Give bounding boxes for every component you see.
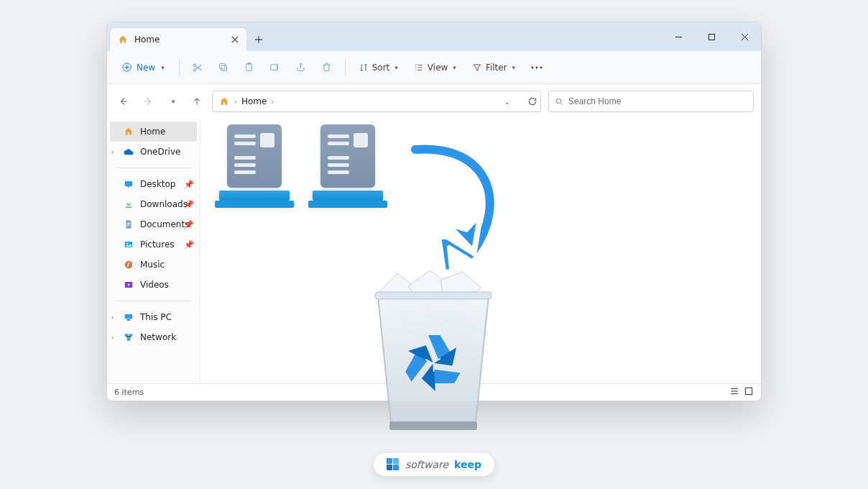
pc-icon: [123, 311, 134, 323]
svg-rect-16: [127, 224, 131, 224]
svg-rect-25: [129, 334, 133, 337]
sort-label: Sort: [372, 63, 390, 73]
desktop-icon: [123, 178, 134, 190]
close-window-button[interactable]: [728, 22, 761, 51]
search-icon: [555, 97, 564, 106]
pictures-icon: [123, 239, 134, 250]
filter-label: Filter: [486, 63, 507, 73]
tab-home[interactable]: Home: [110, 28, 246, 51]
arrow-right-icon: [143, 96, 153, 106]
arrow-left-icon: [119, 96, 129, 106]
chevron-right-icon[interactable]: ›: [111, 334, 114, 341]
sidebar-item-music[interactable]: Music: [107, 255, 200, 275]
cut-button[interactable]: [187, 57, 208, 78]
arrow-up-icon: [192, 96, 202, 106]
sidebar-item-thispc[interactable]: › This PC: [107, 307, 200, 327]
forward-button[interactable]: [139, 92, 157, 111]
svg-rect-17: [127, 225, 129, 226]
refresh-button[interactable]: [522, 91, 542, 111]
paste-button[interactable]: [239, 57, 260, 78]
sidebar-item-label: Home: [140, 127, 165, 137]
new-tab-button[interactable]: [246, 28, 271, 51]
sidebar-item-pictures[interactable]: Pictures 📌: [107, 234, 200, 255]
svg-point-10: [536, 66, 538, 68]
delete-button[interactable]: [316, 57, 338, 78]
chevron-down-icon: ▾: [394, 64, 398, 71]
svg-rect-0: [708, 34, 714, 40]
chevron-down-icon: ▾: [161, 64, 165, 71]
filter-button[interactable]: Filter ▾: [466, 59, 521, 76]
network-icon: [123, 332, 134, 343]
svg-rect-23: [127, 319, 131, 321]
chevron-right-icon: ›: [234, 98, 237, 106]
view-label: View: [428, 63, 448, 73]
svg-rect-13: [125, 181, 133, 186]
home-icon: [117, 34, 129, 45]
svg-point-11: [540, 66, 542, 68]
chevron-down-icon[interactable]: ⌄: [504, 98, 510, 106]
search-box[interactable]: [548, 91, 754, 112]
sidebar-item-videos[interactable]: Videos: [107, 275, 200, 295]
plus-circle-icon: [121, 62, 132, 73]
up-button[interactable]: [188, 92, 206, 111]
icon-base: [215, 201, 294, 208]
breadcrumb-home[interactable]: Home: [241, 96, 267, 106]
content-area[interactable]: [200, 119, 761, 383]
scissors-icon: [192, 62, 203, 73]
separator: [179, 60, 180, 76]
home-icon: [123, 126, 134, 137]
chevron-right-icon[interactable]: ›: [111, 148, 114, 155]
trash-icon: [321, 62, 332, 73]
divider: [116, 301, 191, 301]
pin-icon: 📌: [184, 240, 194, 250]
ellipsis-icon: [531, 66, 542, 69]
sidebar-item-label: Downloads: [140, 199, 188, 209]
sidebar-item-label: Desktop: [140, 179, 176, 189]
sidebar-item-network[interactable]: › Network: [107, 327, 200, 347]
svg-rect-26: [127, 338, 131, 341]
sidebar-item-desktop[interactable]: Desktop 📌: [107, 174, 200, 194]
new-button[interactable]: New ▾: [114, 58, 172, 76]
maximize-button[interactable]: [695, 22, 728, 51]
item-count: 6 items: [114, 388, 144, 397]
address-bar-row: ▾ › Home › ⌄: [107, 84, 761, 119]
new-label: New: [137, 63, 155, 73]
details-view-button[interactable]: [729, 386, 739, 398]
sidebar-item-home[interactable]: Home: [110, 122, 197, 142]
brand-text-2: keep: [454, 459, 481, 470]
sidebar-item-onedrive[interactable]: › OneDrive: [107, 142, 200, 162]
file-item[interactable]: [215, 124, 294, 209]
chevron-right-icon[interactable]: ›: [111, 314, 114, 321]
breadcrumb[interactable]: › Home › ⌄: [212, 91, 541, 112]
copy-button[interactable]: [213, 57, 234, 78]
pin-icon: 📌: [184, 180, 194, 189]
chevron-right-icon: ›: [271, 98, 274, 106]
document-icon: [123, 219, 134, 230]
close-tab-button[interactable]: [229, 34, 241, 45]
share-button[interactable]: [290, 57, 312, 78]
icons-view-button[interactable]: [744, 386, 754, 398]
svg-rect-14: [127, 187, 130, 188]
recent-button[interactable]: ▾: [163, 92, 182, 111]
chevron-down-icon: ▾: [172, 98, 175, 105]
sidebar-item-label: Network: [140, 332, 176, 342]
back-button[interactable]: [114, 92, 133, 111]
sidebar-item-downloads[interactable]: Downloads 📌: [107, 194, 200, 214]
search-input[interactable]: [568, 96, 747, 106]
icon-base: [219, 191, 290, 201]
svg-rect-24: [125, 334, 129, 337]
sort-button[interactable]: Sort ▾: [353, 59, 404, 76]
sidebar-item-documents[interactable]: Documents 📌: [107, 214, 200, 234]
view-button[interactable]: View ▾: [408, 59, 462, 76]
body: Home › OneDrive Desktop 📌 Downloads 📌 Do…: [107, 119, 761, 383]
sidebar-item-label: OneDrive: [140, 147, 180, 157]
sidebar: Home › OneDrive Desktop 📌 Downloads 📌 Do…: [107, 119, 200, 383]
status-bar: 6 items: [107, 383, 761, 401]
minimize-button[interactable]: [662, 22, 695, 51]
sort-icon: [359, 63, 369, 73]
sidebar-item-label: Videos: [140, 280, 169, 290]
filter-icon: [472, 63, 482, 73]
file-item[interactable]: [308, 124, 387, 209]
more-button[interactable]: [525, 63, 548, 73]
rename-button[interactable]: [264, 57, 286, 78]
